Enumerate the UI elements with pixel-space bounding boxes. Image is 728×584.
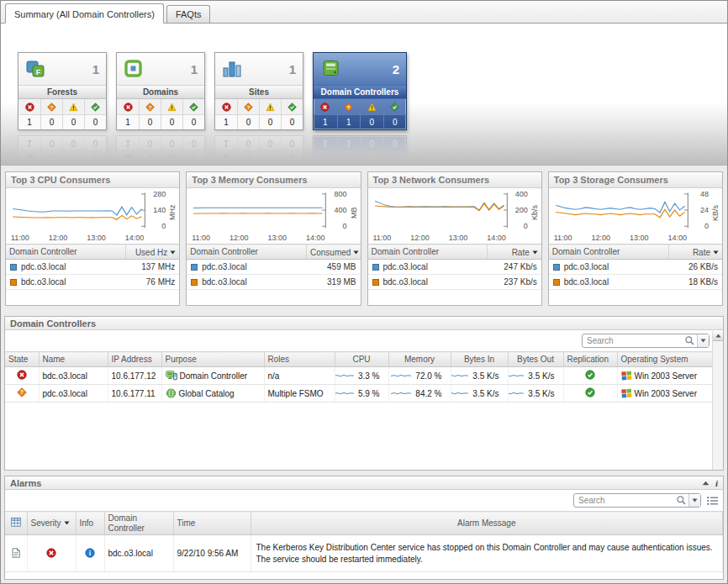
- tile-domain-controllers[interactable]: 2 Domain Controllers ? 1 1 0 0: [313, 52, 407, 130]
- warning-icon: [62, 151, 84, 164]
- svg-text:?: ?: [20, 389, 24, 395]
- search-options-dropdown-icon[interactable]: [688, 494, 700, 507]
- alarms-toolbar: Search: [5, 490, 723, 511]
- alarms-panel-header: Alarms i: [5, 476, 723, 490]
- tile-forests[interactable]: F 1 Forests ? 1 0 0 0: [18, 52, 107, 130]
- column-header-alarm-message[interactable]: Alarm Message: [251, 512, 723, 535]
- metric-value: 137 MHz: [125, 260, 179, 275]
- consumer-row[interactable]: pdc.o3.local 459 MB: [187, 260, 360, 275]
- y-tick: 0: [161, 222, 166, 230]
- series-color-chip: [10, 264, 17, 271]
- scroll-up-icon[interactable]: [713, 331, 723, 341]
- column-header-ip-address[interactable]: IP Address: [108, 352, 161, 367]
- warning-icon: [360, 151, 383, 164]
- x-tick: 13:00: [630, 234, 649, 242]
- column-header-domain-controller[interactable]: Domain Controller: [187, 245, 306, 260]
- x-axis-labels: 11:0012:0013:0014:00: [192, 234, 324, 242]
- column-header-domain-controller[interactable]: Domain Controller: [368, 245, 488, 260]
- windows-logo-icon: [621, 371, 632, 381]
- fatal-icon: [314, 99, 337, 114]
- alarm-row[interactable]: bdc.o3.local 9/22/10 9:56 AM The Kerbero…: [5, 535, 723, 572]
- consumer-row[interactable]: bdc.o3.local 237 Kb/s: [368, 275, 541, 290]
- tile-domains[interactable]: 1 Domains ? 1 0 0 0: [116, 135, 205, 164]
- info-icon[interactable]: i: [715, 478, 718, 488]
- dc-search-input[interactable]: Search: [582, 334, 710, 348]
- svg-text:?: ?: [50, 104, 54, 109]
- tile-status-counts: 1 0 0 0: [215, 114, 303, 129]
- y-axis: 800 400 0: [330, 192, 349, 234]
- column-header-time[interactable]: Time: [173, 512, 251, 535]
- series-color-chip: [372, 279, 379, 286]
- column-header-value-sorted[interactable]: Rate: [488, 245, 541, 260]
- tile-sites[interactable]: 1 Sites ? 1 0 0 0: [214, 52, 303, 130]
- tab-faqts[interactable]: FAQts: [166, 5, 211, 23]
- info-icon[interactable]: [85, 550, 95, 560]
- column-header-severity[interactable]: Severity: [27, 512, 76, 535]
- column-header-operating-system[interactable]: Operating System: [617, 352, 723, 367]
- column-header-domain-controller[interactable]: Domain Controller: [6, 245, 125, 260]
- consumer-table-header: Domain Controller Used Hz: [6, 245, 179, 260]
- consumer-row[interactable]: pdc.o3.local 26 KB/s: [549, 260, 722, 275]
- table-settings-icon[interactable]: [707, 497, 718, 505]
- svg-text:?: ?: [247, 104, 251, 109]
- normal-icon: [281, 151, 303, 164]
- column-header-roles[interactable]: Roles: [264, 352, 335, 367]
- column-header-name[interactable]: Name: [39, 352, 108, 367]
- alarms-search-input[interactable]: Search: [573, 493, 701, 508]
- panel-title: Top 3 Storage Consumers: [549, 172, 722, 188]
- y-axis: 400 200 0: [511, 192, 530, 234]
- column-header-bytes-out[interactable]: Bytes Out: [508, 352, 563, 367]
- consumer-row[interactable]: bdc.o3.local 76 MHz: [6, 275, 179, 290]
- warning-count: 0: [161, 114, 182, 129]
- domain-controller-icon: [166, 371, 177, 381]
- consumer-row[interactable]: bdc.o3.local 319 MB: [187, 275, 360, 290]
- column-header-value-sorted[interactable]: Rate: [668, 245, 722, 260]
- replication-ok-icon: [585, 372, 595, 381]
- x-tick: 14:00: [125, 234, 145, 242]
- tile-domains[interactable]: 1 Domains ? 1 0 0 0: [116, 52, 205, 130]
- column-header-cpu[interactable]: CPU: [335, 352, 388, 367]
- tile-forests[interactable]: F 1 Forests ? 1 0 0 0: [18, 135, 107, 164]
- fatal-count: 1: [117, 114, 139, 129]
- normal-icon: [383, 151, 407, 164]
- consumer-row[interactable]: bdc.o3.local 18 KB/s: [549, 275, 722, 290]
- column-header-memory[interactable]: Memory: [388, 352, 451, 367]
- dc-roles: n/a: [264, 367, 335, 385]
- tile-domain-controllers[interactable]: 2 Domain Controllers ? 1 1 0 0: [313, 135, 407, 164]
- x-tick: 12:00: [49, 234, 68, 242]
- select-columns-icon[interactable]: [11, 519, 21, 529]
- column-header-value-sorted[interactable]: Consumed: [307, 245, 361, 260]
- dc-row[interactable]: ? pdc.o3.local 10.6.177.11 Global Catalo…: [5, 385, 723, 402]
- column-header-value-sorted[interactable]: Used Hz: [125, 245, 179, 260]
- tab-summary-all-domain-controllers[interactable]: Summary (All Domain Controllers): [5, 3, 164, 24]
- column-header-info[interactable]: Info: [76, 512, 104, 535]
- dc-row[interactable]: bdc.o3.local 10.6.177.12 Domain Controll…: [5, 367, 723, 385]
- fatal-icon: [215, 99, 237, 114]
- tile-label: Sites: [215, 85, 303, 99]
- dc-scrollbar[interactable]: [712, 331, 723, 470]
- search-icon[interactable]: [674, 495, 688, 506]
- global-catalog-icon: [166, 388, 177, 398]
- alarm-dc: bdc.o3.local: [104, 535, 173, 572]
- search-icon[interactable]: [683, 335, 697, 346]
- search-options-dropdown-icon[interactable]: [697, 334, 709, 347]
- alarm-detail-icon[interactable]: [12, 550, 20, 560]
- x-tick: 11:00: [554, 234, 572, 242]
- collapse-icon[interactable]: [702, 481, 710, 486]
- column-header-purpose[interactable]: Purpose: [161, 352, 264, 367]
- consumer-row[interactable]: pdc.o3.local 137 MHz: [6, 260, 179, 275]
- column-header-bytes-in[interactable]: Bytes In: [451, 352, 508, 367]
- column-header-replication[interactable]: Replication: [563, 352, 617, 367]
- sparkline-chart: 400 200 0 Kb/s: [368, 188, 541, 234]
- forests-icon: F: [25, 59, 47, 80]
- column-header-domain-controller[interactable]: Domain Controller: [549, 245, 668, 260]
- dc-name: pdc.o3.local: [564, 262, 609, 271]
- column-header-state[interactable]: State: [5, 352, 39, 367]
- column-header-domain-controller[interactable]: Domain Controller: [104, 512, 173, 535]
- consumer-row[interactable]: pdc.o3.local 247 Kb/s: [368, 260, 541, 275]
- fatal-icon: [314, 151, 337, 164]
- tile-sites[interactable]: 1 Sites ? 1 0 0 0: [214, 135, 303, 164]
- y-axis: 280 140 0: [149, 192, 167, 234]
- warning-icon: [259, 151, 281, 164]
- dc-name: bdc.o3.local: [383, 277, 428, 287]
